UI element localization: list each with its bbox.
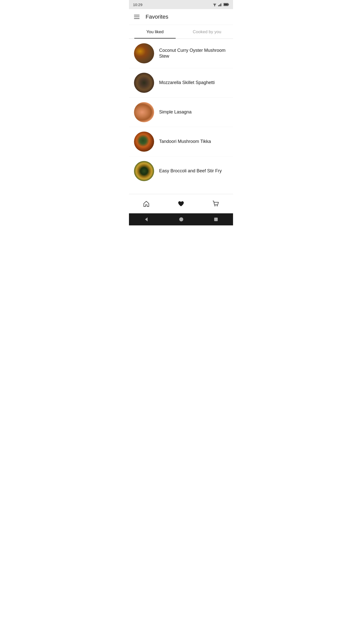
status-time: 10:29 [133,3,143,7]
signal-icon [218,3,222,6]
svg-rect-12 [214,218,218,221]
recipe-name-3: Simple Lasagna [159,109,192,115]
recipe-name-5: Easy Broccoli and Beef Stir Fry [159,168,222,174]
recipe-name-4: Tandoori Mushroom Tikka [159,139,211,144]
svg-point-8 [214,205,215,206]
svg-rect-7 [224,4,228,6]
recipe-image-1 [134,43,154,63]
list-item[interactable]: Simple Lasagna [129,98,233,127]
heart-icon [177,200,185,207]
nav-home[interactable] [137,198,156,209]
svg-point-11 [179,217,183,221]
menu-line-2 [134,17,140,17]
page-title: Favorites [146,14,168,20]
svg-rect-2 [219,5,220,6]
recipe-image-2 [134,73,154,93]
back-icon [144,217,149,222]
nav-favorites[interactable] [171,198,191,209]
recipe-name-2: Mozzarella Skillet Spaghetti [159,80,215,86]
recipe-name-1: Coconut Curry Oyster Mushroom Stew [159,48,228,59]
bottom-nav [129,194,233,213]
recipe-list: Coconut Curry Oyster Mushroom Stew Mozza… [129,39,233,194]
tabs-container: You liked Cooked by you [129,25,233,39]
svg-point-9 [217,205,218,206]
svg-point-0 [214,6,215,7]
nav-cart[interactable] [206,198,225,209]
svg-marker-10 [145,217,148,221]
android-recent-button[interactable] [214,217,218,222]
tab-cooked-by-you[interactable]: Cooked by you [181,25,233,38]
android-home-button[interactable] [179,217,184,222]
menu-line-3 [134,18,140,19]
menu-button[interactable] [134,15,140,19]
status-icons [212,3,229,6]
home-icon [143,200,150,207]
list-item[interactable]: Tandoori Mushroom Tikka [129,127,233,156]
menu-line-1 [134,15,140,15]
svg-rect-6 [229,4,229,5]
status-bar: 10:29 [129,0,233,9]
square-icon [214,217,218,222]
list-item[interactable]: Mozzarella Skillet Spaghetti [129,68,233,98]
list-item[interactable]: Coconut Curry Oyster Mushroom Stew [129,39,233,68]
svg-rect-4 [222,3,222,6]
recipe-image-5 [134,161,154,181]
android-nav-bar [129,213,233,225]
svg-rect-1 [218,5,219,6]
tab-you-liked[interactable]: You liked [129,25,181,38]
wifi-icon [212,3,217,6]
cart-icon [212,200,219,207]
recipe-image-3 [134,102,154,122]
circle-icon [179,217,184,222]
recipe-image-4 [134,132,154,152]
android-back-button[interactable] [144,217,149,222]
svg-rect-3 [220,4,221,6]
battery-icon [223,3,229,6]
list-item[interactable]: Easy Broccoli and Beef Stir Fry [129,156,233,186]
header: Favorites [129,9,233,25]
